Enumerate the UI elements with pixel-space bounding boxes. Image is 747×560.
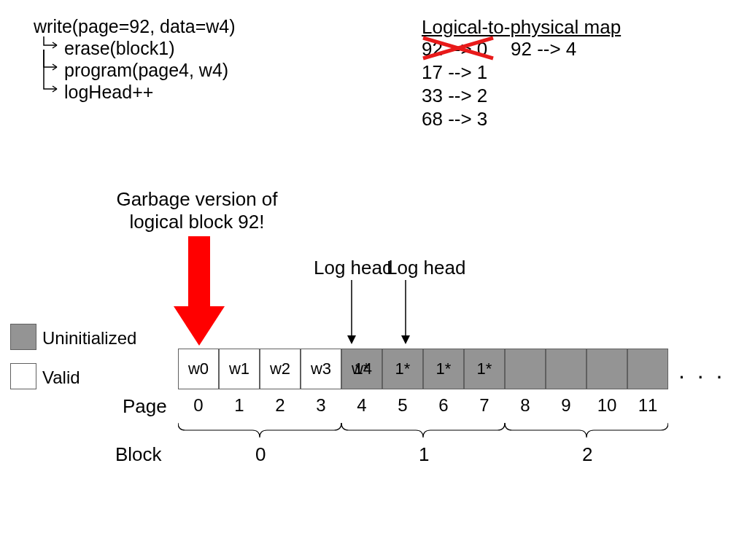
page-cell-10 — [587, 349, 627, 389]
legend-label-valid: Valid — [42, 368, 80, 388]
page-numbers: 0 1 2 3 4 5 6 7 8 9 10 11 — [178, 395, 668, 416]
svg-rect-2 — [188, 236, 210, 309]
map-entry-1: 17 --> 1 — [422, 61, 487, 84]
code-program: program(page4, w4) — [64, 60, 228, 81]
page-cell-0: w0 — [178, 349, 219, 389]
loghead-arrow-icon — [344, 280, 359, 346]
page-num-4: 4 — [341, 395, 382, 416]
page-row: w0 w1 w2 w3 w4 1* 1* 1* 1* — [178, 349, 668, 389]
page-num-0: 0 — [178, 395, 219, 416]
block-num-2: 2 — [582, 443, 592, 466]
garbage-line1: Garbage version of — [102, 188, 292, 211]
loghead-label-1: Log head — [314, 257, 392, 279]
page-cell-6: 1* — [423, 349, 464, 389]
page-cell-9 — [546, 349, 587, 389]
ellipsis: . . . — [678, 357, 725, 384]
page-num-8: 8 — [505, 395, 546, 416]
page-num-5: 5 — [382, 395, 423, 416]
block-num-1: 1 — [419, 443, 429, 466]
svg-marker-3 — [174, 306, 225, 346]
page-num-2: 2 — [260, 395, 301, 416]
loghead-arrow-icon — [398, 280, 413, 346]
crossout-icon — [420, 34, 500, 63]
red-arrow-icon — [174, 236, 225, 346]
sub-arrow-icon — [42, 50, 61, 96]
page-num-6: 6 — [423, 395, 464, 416]
legend-label-uninit: Uninitialized — [42, 328, 136, 349]
legend-swatch-valid — [10, 363, 36, 389]
page-num-10: 10 — [587, 395, 627, 416]
map-entry-2: 33 --> 2 — [422, 85, 487, 107]
map-entry-0b: 92 --> 4 — [511, 38, 576, 61]
page-num-11: 11 — [627, 395, 668, 416]
page-num-3: 3 — [301, 395, 341, 416]
page-num-7: 7 — [464, 395, 505, 416]
page-label: Page — [123, 395, 167, 418]
legend-swatch-uninit — [10, 324, 36, 350]
page-cell-7: 1* — [464, 349, 505, 389]
code-loghead: logHead++ — [64, 82, 153, 103]
page-cell-2: w2 — [260, 349, 301, 389]
page-cell-5: 1* — [382, 349, 423, 389]
block-label: Block — [115, 443, 162, 466]
page-cell-4: w4 1* — [341, 349, 382, 389]
svg-marker-7 — [401, 335, 410, 344]
page-cell-1: w1 — [219, 349, 260, 389]
cell4-text-b: 1* — [355, 359, 370, 378]
page-cell-8 — [505, 349, 546, 389]
map-entry-3: 68 --> 3 — [422, 108, 487, 131]
code-erase: erase(block1) — [64, 38, 174, 59]
page-cell-3: w3 — [301, 349, 341, 389]
garbage-annotation: Garbage version of logical block 92! — [102, 188, 292, 233]
page-num-1: 1 — [219, 395, 260, 416]
garbage-line2: logical block 92! — [102, 211, 292, 233]
code-write: write(page=92, data=w4) — [34, 16, 236, 37]
svg-marker-5 — [347, 335, 356, 344]
block-braces — [178, 420, 668, 446]
page-num-9: 9 — [546, 395, 587, 416]
block-num-0: 0 — [255, 443, 266, 466]
page-cell-11 — [627, 349, 668, 389]
loghead-label-2: Log head — [387, 257, 465, 279]
